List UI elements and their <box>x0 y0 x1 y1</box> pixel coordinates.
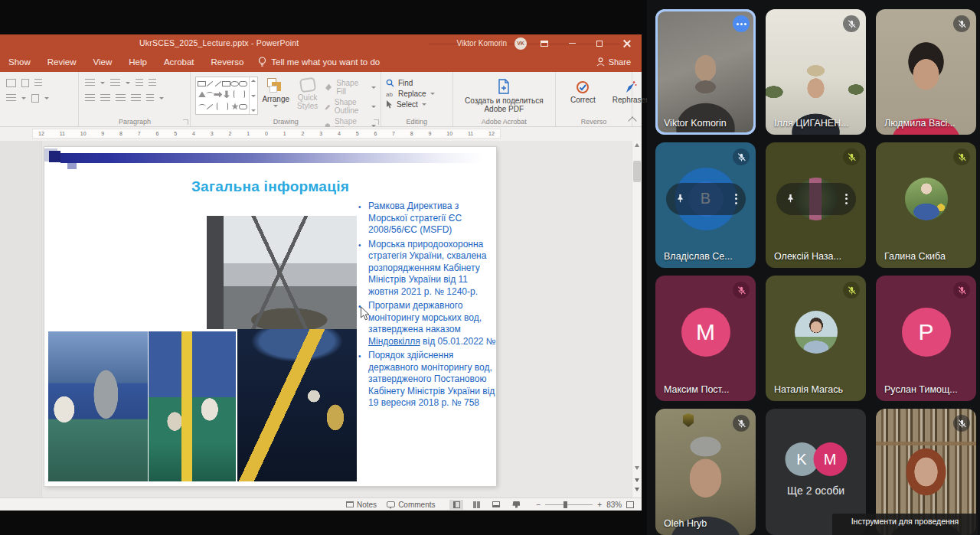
shape-oval-icon[interactable] <box>230 81 239 86</box>
participant-tile-halyna[interactable]: Галина Скиба <box>876 142 976 268</box>
justify-icon[interactable] <box>131 94 141 103</box>
tab-view[interactable]: View <box>85 52 121 72</box>
participant-tile-ruslan[interactable]: P Руслан Тимощ... <box>876 276 976 401</box>
participant-tile-vladislav[interactable]: B Владіслав Се... <box>655 142 756 268</box>
find-button[interactable]: Find <box>386 79 448 87</box>
quick-styles-button[interactable]: QuickStyles <box>293 77 322 116</box>
dropdown-caret-icon[interactable] <box>100 82 105 84</box>
normal-view-button[interactable] <box>449 500 463 510</box>
fit-slide-button[interactable] <box>626 501 634 508</box>
tell-me-box[interactable]: Tell me what you want to do <box>252 57 380 67</box>
slide-sorter-view-button[interactable] <box>469 500 483 510</box>
align-center-icon[interactable] <box>100 94 110 103</box>
scrollbar-thumb[interactable] <box>633 161 641 182</box>
shape-brace-right-icon[interactable] <box>242 90 245 98</box>
shape-rounded-rect-icon[interactable] <box>239 104 247 109</box>
tab-help[interactable]: Help <box>120 52 155 72</box>
highlight-icon[interactable] <box>6 94 16 103</box>
font-color-icon[interactable] <box>31 94 39 103</box>
participant-tile-oleh[interactable]: Oleh Hryb <box>655 409 756 535</box>
previous-slide-button[interactable] <box>635 478 639 482</box>
slideshow-view-button[interactable] <box>509 500 523 510</box>
scroll-up-icon[interactable] <box>251 80 256 82</box>
decrease-font-icon[interactable] <box>21 79 29 87</box>
shape-triangle-icon[interactable] <box>198 91 206 97</box>
next-slide-button[interactable] <box>635 488 639 491</box>
replace-button[interactable]: ab Replace <box>386 90 448 98</box>
shape-line-icon[interactable] <box>207 104 213 109</box>
dropdown-caret-icon[interactable] <box>126 82 130 84</box>
participant-tile-illia[interactable]: Ілля ЦИГАНЕН... <box>766 9 866 135</box>
scroll-down-icon[interactable] <box>635 466 639 470</box>
zoom-slider-thumb[interactable] <box>564 501 567 508</box>
tab-slide-show[interactable]: Show <box>0 52 39 72</box>
tab-review[interactable]: Review <box>39 52 85 72</box>
zoom-in-button[interactable]: + <box>597 501 602 509</box>
shape-curve-icon[interactable] <box>206 92 214 96</box>
shape-brace-left-icon[interactable] <box>217 103 220 110</box>
indent-icon[interactable] <box>136 79 143 87</box>
shape-rect-icon[interactable] <box>198 81 206 86</box>
shape-arrow-down-icon[interactable] <box>224 90 230 98</box>
scroll-up-icon[interactable] <box>635 143 639 147</box>
dropdown-caret-icon[interactable] <box>44 97 49 99</box>
slide[interactable]: Загальна інформація Рамкова Директива з … <box>44 147 496 486</box>
shape-rounded-rect-icon[interactable] <box>239 81 247 86</box>
account-name[interactable]: Viktor Komorin <box>457 39 507 47</box>
shape-outline-button[interactable]: Shape Outline <box>325 98 376 115</box>
zoom-slider[interactable] <box>545 504 593 505</box>
pin-icon[interactable] <box>675 193 686 204</box>
notes-button[interactable]: Notes <box>346 501 377 509</box>
horizontal-ruler[interactable]: 1211109876543210123456789101112 <box>32 129 501 139</box>
scroll-down-icon[interactable] <box>251 95 256 97</box>
dialog-launcher-icon[interactable] <box>183 119 188 125</box>
line-spacing-icon[interactable] <box>149 79 156 87</box>
shape-brace-right-icon[interactable] <box>225 103 228 110</box>
gallery-more-icon[interactable] <box>251 109 256 112</box>
comments-button[interactable]: Comments <box>387 501 435 509</box>
correct-button[interactable]: Correct <box>567 79 599 106</box>
increase-font-icon[interactable] <box>6 79 16 87</box>
shape-gallery-scroll[interactable] <box>249 77 257 114</box>
shape-scribble-icon[interactable] <box>198 104 206 109</box>
align-left-icon[interactable] <box>85 94 95 103</box>
account-avatar[interactable]: VK <box>514 38 527 50</box>
clear-formatting-icon[interactable] <box>34 79 42 87</box>
participant-tile-viktor[interactable]: Viktor Komorin <box>655 9 756 135</box>
zoom-level[interactable]: 83% <box>606 501 622 509</box>
columns-icon[interactable] <box>146 94 154 103</box>
minimize-button[interactable] <box>562 34 582 52</box>
ministry-link[interactable]: Міндовкілля <box>368 336 420 347</box>
reading-view-button[interactable] <box>489 500 503 510</box>
shape-star-icon[interactable] <box>231 103 239 110</box>
tab-reverso[interactable]: Reverso <box>203 52 253 72</box>
shape-line-icon[interactable] <box>215 81 221 86</box>
select-button[interactable]: Select <box>386 100 448 109</box>
dropdown-caret-icon[interactable] <box>21 97 26 99</box>
numbering-icon[interactable] <box>110 79 120 87</box>
tab-acrobat[interactable]: Acrobat <box>155 52 203 72</box>
shape-brace-left-icon[interactable] <box>234 90 237 98</box>
ribbon-display-options-button[interactable] <box>534 34 554 52</box>
shape-fill-button[interactable]: Shape Fill <box>325 79 376 96</box>
restore-button[interactable] <box>590 34 609 52</box>
participant-tile-oleksii[interactable]: Олексій Наза... <box>766 142 866 268</box>
tile-more-options-icon[interactable] <box>735 194 737 204</box>
shape-line-icon[interactable] <box>207 81 213 86</box>
slide-thumbnail-pane[interactable] <box>0 141 42 497</box>
share-button[interactable]: Share <box>596 57 642 67</box>
close-button[interactable] <box>617 34 637 52</box>
shape-arrow-right-icon[interactable] <box>214 91 222 97</box>
dropdown-caret-icon[interactable] <box>159 97 164 99</box>
create-pdf-button[interactable]: Создать и поделитьсяAdobe PDF <box>458 77 550 116</box>
rephraser-button[interactable]: Rephraser <box>609 79 652 106</box>
align-right-icon[interactable] <box>116 94 126 103</box>
tile-more-options-icon[interactable] <box>845 194 848 204</box>
more-options-button[interactable] <box>733 15 750 32</box>
vertical-scrollbar[interactable] <box>632 141 642 497</box>
shape-gallery[interactable] <box>195 77 258 115</box>
zoom-out-button[interactable]: − <box>536 501 541 509</box>
arrange-button[interactable]: Arrange <box>258 77 293 116</box>
shape-rect-icon[interactable] <box>222 81 230 86</box>
participant-tile-liudmyla[interactable]: Людмила Васі... <box>876 9 976 135</box>
